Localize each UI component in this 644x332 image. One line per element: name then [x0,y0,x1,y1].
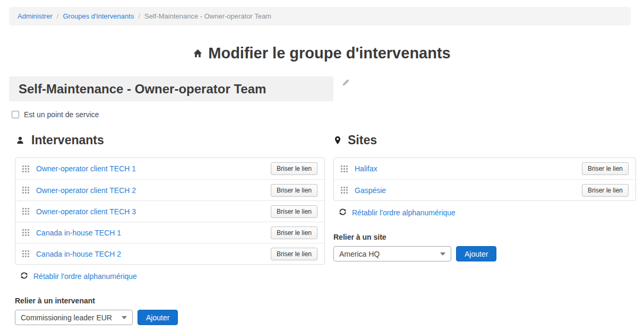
link-intervenant-label: Relier à un intervenant [15,296,325,305]
drag-handle-icon[interactable] [22,165,29,172]
site-row: Gaspésie Briser le lien [334,179,636,200]
link-intervenant-block: Relier à un intervenant Commissioning le… [15,296,325,325]
intervenants-header: Intervenants [16,133,325,147]
link-site-block: Relier à un site America HQ Ajouter [333,233,636,261]
intervenant-link[interactable]: Canada in-house TECH 2 [36,250,271,258]
breadcrumb-link-administrer[interactable]: Administrer [18,12,53,20]
intervenant-row: Owner-operator client TECH 2 Briser le l… [15,179,324,200]
intervenant-link[interactable]: Canada in-house TECH 1 [36,229,271,237]
reset-order-intervenants-label: Rétablir l'ordre alphanumérique [33,272,137,281]
site-row: Halifax Briser le lien [334,158,636,179]
site-link[interactable]: Halifax [355,164,582,173]
breadcrumb-separator: / [138,12,140,20]
add-intervenant-button[interactable]: Ajouter [138,310,178,325]
reset-order-intervenants-link[interactable]: Rétablir l'ordre alphanumérique [20,272,137,281]
reset-order-sites-label: Rétablir l'ordre alphanumérique [352,208,456,217]
refresh-icon [339,208,347,217]
breadcrumb: Administrer / Groupes d'intervenants / S… [9,7,631,25]
map-pin-icon [334,136,341,145]
unlink-button[interactable]: Briser le lien [271,248,317,260]
refresh-icon [20,272,28,281]
drag-handle-icon[interactable] [22,250,29,257]
intervenant-row: Canada in-house TECH 2 Briser le lien [15,243,324,264]
sites-section: Sites Halifax Briser le lien [333,133,636,261]
page-title: Modifier le groupe d'intervenants [0,45,644,62]
intervenant-row: Owner-operator client TECH 1 Briser le l… [15,158,324,179]
breadcrumb-separator: / [57,12,59,20]
service-point-row: Est un point de service [12,110,644,119]
drag-handle-icon[interactable] [341,165,348,172]
site-link[interactable]: Gaspésie [355,186,582,195]
drag-handle-icon[interactable] [22,229,29,236]
intervenant-select[interactable]: Commissioning leader EUR [15,310,133,325]
link-site-label: Relier à un site [333,233,636,241]
unlink-button[interactable]: Briser le lien [582,162,629,175]
person-icon [16,136,24,145]
unlink-button[interactable]: Briser le lien [582,184,629,197]
sites-header: Sites [334,133,636,147]
sites-title: Sites [348,133,377,147]
drag-handle-icon[interactable] [22,208,29,215]
sites-list: Halifax Briser le lien Gaspésie Briser l… [333,158,636,201]
group-name: Self-Maintenance - Owner-operator Team [9,76,333,101]
drag-handle-icon[interactable] [22,187,29,194]
intervenant-link[interactable]: Owner-operator client TECH 2 [36,186,271,195]
intervenant-link[interactable]: Owner-operator client TECH 1 [36,164,271,173]
breadcrumb-link-groupes[interactable]: Groupes d'intervenants [63,12,134,20]
unlink-button[interactable]: Briser le lien [271,226,317,239]
intervenant-row: Canada in-house TECH 1 Briser le lien [15,222,324,243]
unlink-button[interactable]: Briser le lien [271,184,317,197]
site-select-value: America HQ [339,250,380,258]
intervenant-select-value: Commissioning leader EUR [21,313,112,322]
page-title-text: Modifier le groupe d'intervenants [208,45,450,62]
intervenants-title: Intervenants [31,133,104,147]
intervenants-list: Owner-operator client TECH 1 Briser le l… [15,158,325,265]
drag-handle-icon[interactable] [341,187,348,194]
intervenant-link[interactable]: Owner-operator client TECH 3 [36,207,271,216]
intervenants-section: Intervenants Owner-operator client TECH … [15,133,325,325]
site-select[interactable]: America HQ [333,246,451,261]
group-name-row: Self-Maintenance - Owner-operator Team [9,76,644,101]
service-point-checkbox[interactable] [12,111,19,118]
edit-pencil-icon[interactable] [342,78,350,89]
chevron-down-icon [440,252,445,256]
home-icon [193,49,202,58]
breadcrumb-current: Self-Maintenance - Owner-operator Team [144,12,271,20]
chevron-down-icon [122,316,127,319]
reset-order-sites-link[interactable]: Rétablir l'ordre alphanumérique [339,208,456,217]
service-point-label: Est un point de service [24,110,99,119]
intervenant-row: Owner-operator client TECH 3 Briser le l… [15,200,324,222]
add-site-button[interactable]: Ajouter [456,246,496,261]
unlink-button[interactable]: Briser le lien [271,205,317,218]
unlink-button[interactable]: Briser le lien [271,162,317,175]
